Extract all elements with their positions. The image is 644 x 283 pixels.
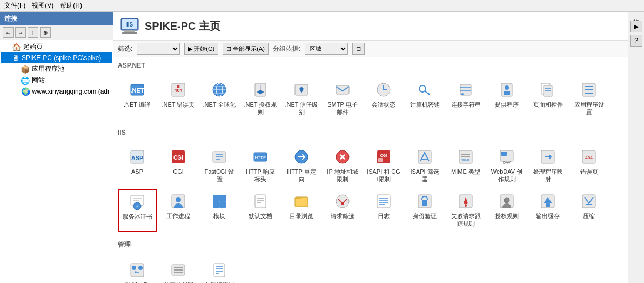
icon-item-dotnet-auth[interactable]: .NET 授权规则 [241, 77, 280, 120]
filter-label: 筛选: [118, 44, 132, 54]
icon-cert: ✓ [129, 193, 146, 210]
sidebar-up-btn[interactable]: ↑ [28, 27, 38, 38]
tree-item-apppool[interactable]: 📦应用程序池 [1, 63, 112, 75]
icon-label-cgi: CGI [173, 168, 184, 175]
svg-point-88 [465, 205, 467, 207]
icon-item-handler[interactable]: 处理程序映射 [528, 144, 567, 187]
right-panel-btn-1[interactable]: ▶ [630, 21, 642, 32]
icon-item-dotnet-trust[interactable]: .NET 信任级别 [282, 77, 321, 120]
icon-item-authrules[interactable]: 授权规则 [487, 189, 526, 232]
icon-item-fastcgi[interactable]: FastCGI 设置 [200, 144, 239, 187]
tree-item-home[interactable]: 🏠起始页 [1, 41, 112, 52]
icon-item-session[interactable]: 会话状态 [364, 77, 403, 120]
icon-item-smtp[interactable]: SMTP 电子邮件 [323, 77, 362, 120]
svg-text:404: 404 [585, 155, 593, 160]
icon-item-log[interactable]: 日志 [364, 189, 403, 232]
sidebar-header: 连接 [0, 12, 113, 25]
icon-item-servercert[interactable]: ✓服务器证书 [118, 189, 157, 232]
icon-item-default-doc[interactable]: 默认文档 [241, 189, 280, 232]
icon-label-servercert: 服务器证书 [123, 213, 152, 220]
svg-text:404: 404 [174, 88, 182, 93]
tree-item-xinyangqing[interactable]: 🌍www.xinyangqing.com (adr [1, 86, 112, 97]
icon-item-dotnet-compile[interactable]: .NET.NET 编译 [118, 77, 157, 120]
sidebar-toolbar: ← → ↑ ⊕ [0, 25, 113, 40]
tree-item-server[interactable]: 🖥SPIKE-PC (spike-PC\spike) [1, 52, 112, 63]
tree-item-label: www.xinyangqing.com (adr [32, 88, 110, 95]
icon-item-asp[interactable]: ASPASP [118, 144, 157, 187]
icon-item-dotnet-error[interactable]: 404.NET 错误页 [159, 77, 198, 120]
icon-cache [539, 193, 556, 210]
icon-compress [580, 193, 598, 210]
icon-item-compress[interactable]: 压缩 [569, 189, 608, 232]
icon-item-modules[interactable]: 模块 [200, 189, 239, 232]
icon-item-shared-config[interactable]: 共享的配置 [159, 258, 198, 283]
icon-db [457, 81, 474, 98]
icon-item-ip-domain[interactable]: IP 地址和域限制 [323, 144, 362, 187]
show-all-button[interactable]: ⊞ 全部显示(A) [223, 43, 269, 55]
icon-item-request-filter[interactable]: 请求筛选 [323, 189, 362, 232]
sidebar-back-btn[interactable]: ← [3, 27, 14, 38]
sidebar-refresh-btn[interactable]: ⊕ [40, 27, 51, 38]
icon-item-isapi-filter[interactable]: ISAPI 筛选器 [405, 144, 444, 187]
menu-help[interactable]: 帮助(H) [60, 1, 82, 10]
tree-item-sites[interactable]: 🌐网站 [1, 75, 112, 86]
icon-item-mime[interactable]: MIMEMIME 类型 [446, 144, 485, 187]
icon-label-dir-browse: 目录浏览 [290, 212, 313, 220]
main-content: IIS SPIKE-PC 主页 筛选: ▶ 开始(G) ⊞ 全部显示(A) 分组… [113, 12, 628, 283]
icon-item-http-redirect[interactable]: HTTP 重定向 [282, 144, 321, 187]
tree-item-icon: 🌍 [21, 87, 30, 96]
icon-redirect [293, 148, 310, 166]
icon-label-ip-domain: IP 地址和域限制 [326, 168, 359, 183]
menu-file[interactable]: 文件(F) [4, 1, 25, 10]
icon-item-output-cache[interactable]: 输出缓存 [528, 189, 567, 232]
svg-text:HTTP: HTTP [255, 155, 266, 160]
icon-item-error-pages[interactable]: 404错误页 [569, 144, 608, 187]
svg-rect-94 [131, 264, 144, 277]
svg-text:✓: ✓ [136, 204, 139, 209]
icon-webdav: DAV [498, 148, 515, 166]
svg-rect-57 [501, 152, 507, 156]
view-toggle-btn[interactable]: ⊟ [352, 43, 365, 55]
icon-item-config-editor[interactable]: 配置编辑器 [200, 258, 239, 283]
sidebar-forward-btn[interactable]: → [15, 27, 26, 38]
icon-item-webdav[interactable]: DAVWebDAV 创作规则 [487, 144, 526, 187]
icon-item-isapi-cgi[interactable]: CGIISAPI 和 CGI限制 [364, 144, 403, 187]
icon-label-http-response: HTTP 响应标头 [244, 168, 277, 183]
icon-label-config-editor: 配置编辑器 [205, 281, 234, 283]
menu-view[interactable]: 视图(V) [32, 1, 53, 10]
icon-item-auth[interactable]: 身份验证 [405, 189, 444, 232]
right-panel-btn-2[interactable]: ? [630, 35, 642, 47]
icon-item-machinekey[interactable]: 计算机密钥 [405, 77, 444, 120]
svg-rect-92 [546, 203, 550, 207]
icon-item-connstr[interactable]: 连接字符串 [446, 77, 485, 120]
section-header-aspnet: ASP.NET [118, 60, 623, 73]
start-button[interactable]: ▶ 开始(G) [184, 43, 218, 55]
icon-item-dir-browse[interactable]: 目录浏览 [282, 189, 321, 232]
icon-item-http-response[interactable]: HTTPHTTP 响应标头 [241, 144, 280, 187]
icon-label-smtp: SMTP 电子邮件 [326, 101, 359, 116]
icon-item-pages[interactable]: 页面和控件 [528, 77, 567, 120]
icon-item-appconfig[interactable]: 应用程序设置 [569, 77, 608, 120]
main-container: 连接 ← → ↑ ⊕ 🏠起始页🖥SPIKE-PC (spike-PC\spike… [0, 12, 644, 283]
icon-item-dotnet-global[interactable]: .NET 全球化 [200, 77, 239, 120]
group-select[interactable]: 区域 [305, 43, 348, 55]
svg-rect-1 [124, 30, 135, 32]
svg-text:ASP: ASP [131, 155, 144, 161]
icon-item-failreq[interactable]: 失败请求跟踪规则 [446, 189, 485, 232]
icon-item-cgi[interactable]: CGICGI [159, 144, 198, 187]
icon-label-connstr: 连接字符串 [451, 101, 481, 108]
icon-label-session: 会话状态 [372, 101, 395, 108]
icon-email [334, 81, 351, 98]
icon-grid-aspnet: .NET.NET 编译404.NET 错误页.NET 全球化.NET 授权规则.… [118, 77, 623, 120]
icon-defaultdoc [252, 193, 269, 210]
icon-item-provider[interactable]: 提供程序 [487, 77, 526, 120]
icon-error: 404 [580, 148, 598, 166]
icon-key [416, 81, 433, 98]
icon-label-worker: 工作进程 [166, 212, 190, 220]
icon-item-worker[interactable]: 工作进程 [159, 189, 198, 232]
icon-label-webdav: WebDAV 创作规则 [490, 168, 524, 183]
svg-rect-73 [255, 195, 266, 208]
filter-select[interactable] [137, 43, 180, 55]
svg-point-79 [341, 202, 344, 205]
icon-item-delegate[interactable]: 功能委派 [118, 258, 157, 283]
